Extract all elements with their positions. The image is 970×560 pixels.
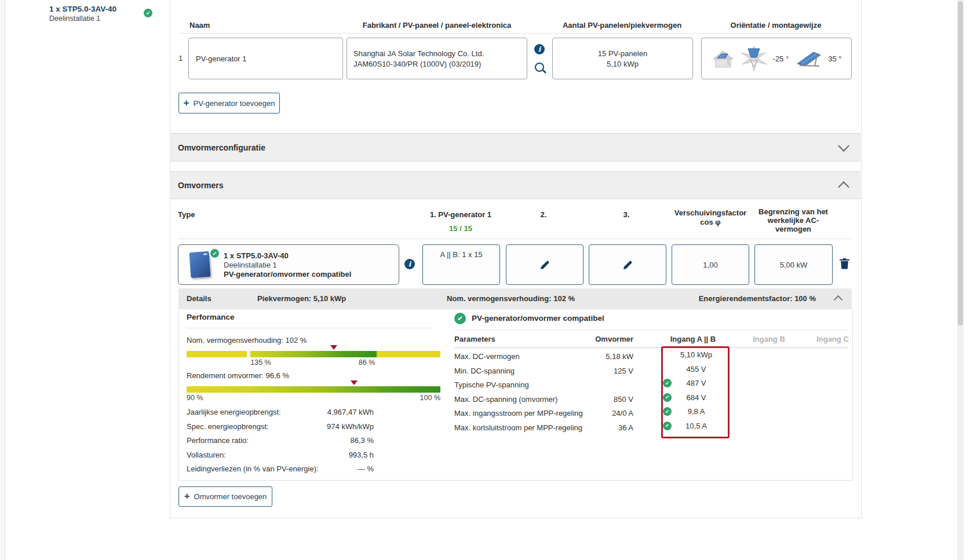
chevron-down-icon[interactable] <box>838 140 849 152</box>
gauge2-label: Rendement omvormer: 96,6 % <box>187 371 289 380</box>
pencil-icon <box>540 260 550 270</box>
trash-icon <box>840 258 849 269</box>
compat-status: PV-generator/omvormer compatibel <box>472 314 604 323</box>
param-label: Max. ingangsstroom per MPP-regeling <box>454 409 583 418</box>
param-label: Min. DC-spanning <box>454 367 515 375</box>
add-pv-generator-label: PV-generator toevoegen <box>194 99 275 108</box>
check-circle-icon <box>663 422 672 430</box>
stat-value: 4.967,47 kWh <box>274 408 374 416</box>
param-label: Max. DC-spanning (omvormer) <box>454 395 557 404</box>
scrollbar-thumb[interactable] <box>958 1 963 325</box>
performance-panel: Performance Nom. vermogensverhouding: 10… <box>187 313 440 478</box>
stat-value: 86,3 % <box>274 436 374 445</box>
gauge1-bar <box>187 351 440 357</box>
sidebar-item-subtitle: Deelinstallatie 1 <box>49 14 100 23</box>
stat-value: --- % <box>274 464 374 473</box>
gen1-assigned-count: 15 / 15 <box>420 224 501 233</box>
gauge1-tick-left: 135 % <box>238 358 284 367</box>
gen1-assignment-cell[interactable]: A || B: 1 x 15 <box>422 244 500 285</box>
details-energiefactor: Energierendementsfactor: 100 % <box>699 294 816 303</box>
param-ingang-ab: 5,10 kWp <box>672 350 721 359</box>
sidebar-item-title: 1 x STP5.0-3AV-40 <box>49 5 116 13</box>
compat-rows: Max. DC-vermogen 5,18 kW 5,10 kWp Min. D… <box>454 349 848 434</box>
table-row: Max. kortsluitstroom per MPP-regeling 36… <box>454 420 848 435</box>
column-header-cos-line1: Verschuivingsfactor <box>670 208 751 217</box>
column-header-orientatie: Oriëntatie / montagewijze <box>701 21 851 30</box>
section-omvormers[interactable]: Omvormers <box>170 171 860 199</box>
param-omvormer: 36 A <box>581 423 633 432</box>
compat-header-ingang-ab: Ingang A || B <box>658 335 728 343</box>
app-window: 1 x STP5.0-3AV-40 Deelinstallatie 1 Naam… <box>0 0 970 560</box>
ac-limit-value: 5,00 kW <box>780 261 808 269</box>
details-piekvermogen: Piekvermogen: 5,10 kWp <box>257 294 346 303</box>
param-ingang-ab: 684 V <box>672 393 721 402</box>
stat-row: Spec. energieopbrengst: 974 kWh/kWp <box>187 420 440 434</box>
details-nom-verhouding: Nom. vermogensverhouding: 102 % <box>447 294 575 303</box>
ac-limit-cell[interactable]: 5,00 kW <box>754 244 833 285</box>
details-bar[interactable]: Details Piekvermogen: 5,10 kWp Nom. verm… <box>178 288 852 309</box>
compass-azimuth-icon <box>741 46 767 71</box>
omvormers-title: Omvormers <box>178 181 224 190</box>
chevron-up-icon[interactable] <box>838 181 849 193</box>
performance-stats: Jaarlijkse energieopbrengst: 4.967,47 kW… <box>187 405 440 477</box>
fabrikant-selector[interactable]: Shanghai JA Solar Technology Co. Ltd. JA… <box>347 38 527 79</box>
gauge2-tick-right: 100 % <box>420 394 440 402</box>
chevron-up-icon[interactable] <box>834 295 843 305</box>
add-omvormer-button[interactable]: + Omvormer toevoegen <box>178 486 272 507</box>
compat-header-ingang-c: Ingang C <box>809 335 856 343</box>
column-header-cos-line2: cos φ <box>670 218 751 226</box>
gen1-assignment-value: A || B: 1 x 15 <box>440 250 482 259</box>
tilt-angle-icon <box>795 50 822 67</box>
check-circle-icon <box>210 249 219 258</box>
divider <box>187 328 433 328</box>
orientatie-selector[interactable]: -25 ° 35 ° <box>701 38 852 79</box>
left-edge-strip <box>0 0 5 560</box>
delete-button[interactable] <box>840 258 849 269</box>
cos-phi-cell[interactable]: 1,00 <box>672 244 749 285</box>
search-icon[interactable] <box>535 63 544 72</box>
fabrikant-line1: Shanghai JA Solar Technology Co. Ltd. <box>353 49 527 58</box>
gauge2-bar <box>187 386 440 393</box>
inverter-type-card[interactable]: 1 x STP5.0-3AV-40 Deelinstallatie 1 PV-g… <box>178 244 399 285</box>
divider <box>454 347 848 348</box>
omvormers-header-divider <box>178 239 852 239</box>
cos-phi-value: 1,00 <box>703 261 717 269</box>
naam-value: PV-generator 1 <box>196 54 246 63</box>
table-row: Min. DC-spanning 125 V 455 V <box>454 364 848 378</box>
compat-header-parameters: Parameters <box>454 335 495 343</box>
info-icon[interactable]: i <box>404 259 415 269</box>
add-pv-generator-button[interactable]: + PV-generator toevoegen <box>178 93 280 114</box>
aantal-line1: 15 PV-panelen <box>553 49 692 58</box>
stat-row: Leidingverliezen (in % van PV-energie): … <box>187 462 440 477</box>
stat-label: Jaarlijkse energieopbrengst: <box>187 408 281 416</box>
table-row: Max. ingangsstroom per MPP-regeling 24/0… <box>454 406 848 420</box>
gauge1-label: Nom. vermogensverhouding: 102 % <box>187 336 307 345</box>
header-divider <box>180 33 852 34</box>
stat-label: Spec. energieopbrengst: <box>187 422 269 431</box>
gen3-edit-cell[interactable] <box>589 244 666 285</box>
aantal-line2: 5,10 kWp <box>553 60 692 68</box>
table-row: Typische PV-spanning 487 V <box>454 378 848 392</box>
column-header-limit-line3: vermogen <box>753 225 834 233</box>
stat-row: Performance ratio: 86,3 % <box>187 434 440 448</box>
stat-row: Vollasturen: 993,5 h <box>187 448 440 463</box>
azimut-value: -25 ° <box>773 54 789 63</box>
details-label: Details <box>187 294 211 303</box>
gen2-edit-cell[interactable] <box>506 244 584 285</box>
stat-label: Vollasturen: <box>187 451 226 459</box>
compat-header-row: Parameters Omvormer Ingang A || B Ingang… <box>454 335 848 346</box>
inverter-icon <box>189 251 211 278</box>
inclinatie-value: 35 ° <box>828 54 841 63</box>
section-omvormerconfiguratie[interactable]: Omvormerconfiguratie <box>170 133 860 162</box>
naam-input[interactable]: PV-generator 1 <box>188 38 343 79</box>
plus-icon: + <box>184 98 189 108</box>
column-header-aantal: Aantal PV-panelen/piekvermogen <box>552 21 692 30</box>
divider <box>454 330 848 330</box>
table-row: Max. DC-spanning (omvormer) 850 V 684 V <box>454 392 848 407</box>
pencil-icon <box>623 260 633 270</box>
info-icon[interactable]: i <box>534 44 545 54</box>
aantal-input[interactable]: 15 PV-panelen 5,10 kWp <box>552 38 693 79</box>
no-icon <box>663 350 672 359</box>
omvormerconfiguratie-title: Omvormerconfiguratie <box>178 143 265 152</box>
sidebar-item-installation[interactable]: 1 x STP5.0-3AV-40 Deelinstallatie 1 <box>17 2 162 30</box>
